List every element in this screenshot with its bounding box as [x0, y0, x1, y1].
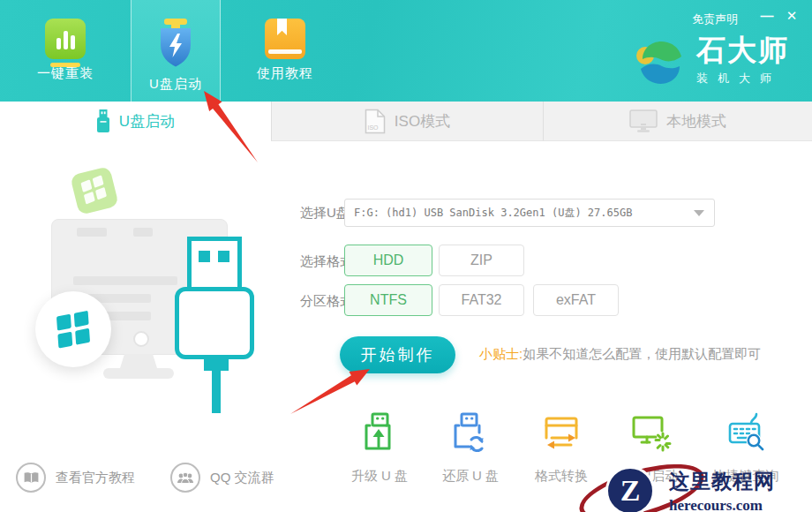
- iso-file-icon: ISO: [365, 109, 386, 134]
- reinstall-icon: [45, 19, 86, 59]
- brand-logo-icon: [634, 35, 688, 90]
- tool-restore-usb[interactable]: 还原 U 盘: [417, 411, 523, 485]
- toolbar-item-label: 一键重装: [37, 65, 94, 82]
- usb-boot-shield-icon: [154, 19, 198, 70]
- partition-option-ntfs[interactable]: NTFS: [344, 284, 432, 316]
- usb-drive-select[interactable]: F:G: (hd1) USB SanDisk 3.2Gen1 (U盘) 27.6…: [344, 199, 715, 227]
- partition-option-exfat[interactable]: exFAT: [533, 284, 619, 316]
- tab-iso-mode[interactable]: ISO ISO模式: [271, 102, 543, 141]
- start-make-button[interactable]: 开始制作: [340, 336, 455, 373]
- chevron-down-icon: [694, 210, 704, 216]
- toolbar-item-label: U盘启动: [149, 76, 202, 93]
- simulate-boot-icon: [629, 411, 673, 456]
- official-tutorial-link[interactable]: 查看官方教程: [16, 461, 135, 494]
- usb-tab-icon: [96, 109, 110, 133]
- partition-option-fat32[interactable]: FAT32: [439, 284, 524, 316]
- usb-plug-illustration: [187, 237, 242, 291]
- book-icon: [16, 463, 46, 493]
- toolbar-item-usb-boot[interactable]: U盘启动: [131, 0, 221, 102]
- mode-tabs: U盘启动 ISO ISO模式 本地模式: [0, 102, 812, 141]
- svg-text:ISO: ISO: [367, 124, 379, 131]
- format-option-zip[interactable]: ZIP: [439, 245, 524, 276]
- footer-link-label: QQ 交流群: [210, 470, 274, 486]
- usb-drive-value: F:G: (hd1) USB SanDisk 3.2Gen1 (U盘) 27.6…: [354, 206, 632, 221]
- toolbar-item-reinstall[interactable]: 一键重装: [25, 19, 106, 82]
- monitor-icon: [629, 109, 658, 132]
- windows-logo-badge: [35, 291, 111, 367]
- tab-local-mode[interactable]: 本地模式: [543, 102, 812, 141]
- usb-illustration: [0, 141, 291, 512]
- header: 一键重装 U盘启动 使用教程 免责声明 — ✕: [0, 0, 812, 102]
- tab-usb-boot[interactable]: U盘启动: [0, 102, 271, 141]
- tab-label: U盘启动: [119, 111, 175, 132]
- tab-label: 本地模式: [666, 111, 726, 132]
- format-option-hdd[interactable]: HDD: [344, 245, 432, 276]
- toolbar-item-label: 使用教程: [257, 65, 313, 82]
- tool-label: 升级 U 盘: [351, 468, 408, 485]
- site-watermark: Z 这里教程网 herecours.com: [577, 457, 808, 512]
- footer-link-label: 查看官方教程: [56, 470, 135, 486]
- main-content: 选择U盘: F:G: (hd1) USB SanDisk 3.2Gen1 (U盘…: [0, 141, 812, 512]
- brand-name: 石大师: [696, 35, 789, 66]
- minimize-button[interactable]: —: [757, 7, 777, 25]
- qq-group-link[interactable]: QQ 交流群: [170, 461, 274, 494]
- app-window: 一键重装 U盘启动 使用教程 免责声明 — ✕: [0, 0, 812, 512]
- close-button[interactable]: ✕: [782, 7, 801, 25]
- hotkey-query-icon: [724, 411, 768, 456]
- format-convert-icon: [539, 411, 583, 456]
- tool-label: 还原 U 盘: [442, 468, 499, 485]
- tip-label: 小贴士:: [479, 346, 523, 361]
- usb-restore-icon: [448, 411, 492, 456]
- tip-text: 小贴士:如果不知道怎么配置，使用默认配置即可: [479, 346, 761, 363]
- brand-logo: 石大师 装机大师: [634, 35, 789, 90]
- people-icon: [170, 463, 200, 493]
- watermark-logo: Z: [605, 466, 655, 512]
- disclaimer-link[interactable]: 免责声明: [692, 11, 738, 27]
- usb-upgrade-icon: [357, 411, 402, 456]
- toolbar-item-tutorial[interactable]: 使用教程: [244, 19, 326, 82]
- windows-tile-icon: [70, 166, 119, 215]
- watermark-domain: herecours.com: [669, 497, 775, 512]
- tool-upgrade-usb[interactable]: 升级 U 盘: [327, 411, 432, 485]
- tutorial-book-icon: [265, 19, 305, 59]
- brand-tagline: 装机大师: [696, 71, 789, 87]
- watermark-site-name: 这里教程网: [669, 468, 775, 495]
- tab-label: ISO模式: [395, 111, 450, 132]
